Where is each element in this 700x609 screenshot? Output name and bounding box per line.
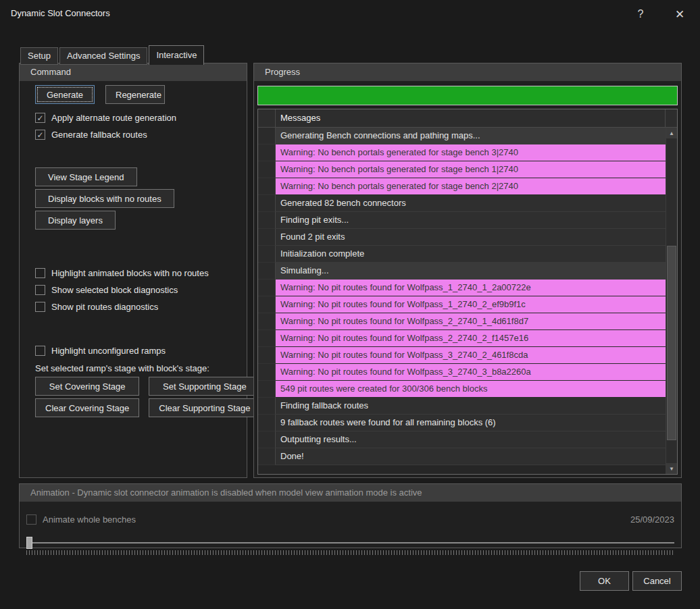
row-selector-cell bbox=[258, 195, 276, 212]
checkbox-highlight-unconfigured-ramps[interactable]: Highlight unconfigured ramps bbox=[35, 342, 247, 359]
tab-interactive[interactable]: Interactive bbox=[149, 45, 204, 65]
row-selector-cell bbox=[258, 330, 276, 347]
checkbox-box[interactable]: ✓ bbox=[35, 113, 45, 123]
row-selector-cell bbox=[258, 229, 276, 246]
dialog-footer: OK Cancel bbox=[580, 571, 682, 591]
message-text: Found 2 pit exits bbox=[276, 229, 666, 246]
animation-slider[interactable] bbox=[26, 537, 674, 549]
check-icon: ✓ bbox=[36, 131, 43, 139]
row-selector-cell bbox=[258, 263, 276, 280]
message-text: Done! bbox=[276, 448, 666, 465]
message-row[interactable]: 9 fallback routes were found for all rem… bbox=[258, 415, 666, 431]
ok-button[interactable]: OK bbox=[580, 571, 629, 591]
set-covering-stage-button[interactable]: Set Covering Stage bbox=[35, 377, 139, 396]
row-selector-cell bbox=[258, 178, 276, 195]
command-panel-header: Command bbox=[20, 63, 247, 81]
check-icon: ✓ bbox=[36, 114, 43, 122]
slider-handle[interactable] bbox=[26, 537, 32, 549]
checkbox-box[interactable] bbox=[26, 514, 36, 525]
checkbox-apply-alternate-route-generation[interactable]: ✓ Apply alternate route generation bbox=[35, 109, 247, 126]
window-title: Dynamic Slot Connectors bbox=[11, 8, 110, 18]
animation-options-row: Animate whole benches 25/09/2023 bbox=[26, 511, 674, 528]
checkbox-animate-whole-benches[interactable]: Animate whole benches bbox=[26, 511, 136, 528]
message-row[interactable]: Generated 82 bench connectors bbox=[258, 195, 666, 212]
display-blocks-no-routes-button[interactable]: Display blocks with no routes bbox=[35, 189, 174, 208]
row-selector-cell bbox=[258, 381, 276, 398]
route-options-group: ✓ Apply alternate route generation ✓ Gen… bbox=[35, 109, 247, 143]
checkbox-box[interactable] bbox=[35, 346, 45, 356]
checkbox-box[interactable] bbox=[35, 302, 45, 312]
message-row[interactable]: Done! bbox=[258, 448, 666, 465]
message-row[interactable]: Warning: No pit routes found for Wolfpas… bbox=[258, 347, 666, 364]
checkbox-box[interactable] bbox=[35, 268, 45, 278]
row-selector-cell bbox=[258, 415, 276, 431]
clear-covering-stage-button[interactable]: Clear Covering Stage bbox=[35, 398, 139, 417]
progress-panel-header: Progress bbox=[254, 63, 681, 81]
message-row[interactable]: Warning: No pit routes found for Wolfpas… bbox=[258, 330, 666, 347]
row-selector-cell bbox=[258, 431, 276, 448]
messages-list: Generating Bench connections and pathing… bbox=[258, 128, 666, 465]
display-layers-button[interactable]: Display layers bbox=[35, 211, 116, 230]
message-row[interactable]: Warning: No pit routes found for Wolfpas… bbox=[258, 280, 666, 296]
message-row[interactable]: Found 2 pit exits bbox=[258, 229, 666, 246]
message-row[interactable]: Outputting results... bbox=[258, 431, 666, 448]
set-supporting-stage-button[interactable]: Set Supporting Stage bbox=[149, 377, 260, 396]
message-row[interactable]: Generating Bench connections and pathing… bbox=[258, 128, 666, 144]
checkbox-show-selected-block-diagnostics[interactable]: Show selected block diagnostics bbox=[35, 282, 247, 298]
message-text: Warning: No pit routes found for Wolfpas… bbox=[276, 364, 666, 381]
checkbox-label: Show pit routes diagnostics bbox=[51, 302, 158, 312]
tab-advanced-settings[interactable]: Advanced Settings bbox=[59, 47, 147, 65]
generate-button[interactable]: Generate bbox=[35, 85, 95, 104]
title-bar: Dynamic Slot Connectors ? ✕ bbox=[0, 0, 700, 27]
progress-panel: Progress Messages Generating Bench conne… bbox=[253, 63, 682, 478]
regenerate-button[interactable]: Regenerate bbox=[105, 85, 165, 104]
message-row[interactable]: Warning: No pit routes found for Wolfpas… bbox=[258, 296, 666, 313]
row-selector-cell bbox=[258, 246, 276, 263]
row-selector-cell bbox=[258, 280, 276, 296]
help-icon[interactable]: ? bbox=[632, 6, 649, 22]
message-row[interactable]: Warning: No bench portals generated for … bbox=[258, 161, 666, 178]
message-row[interactable]: 549 pit routes were created for 300/306 … bbox=[258, 381, 666, 398]
row-selector-cell bbox=[258, 212, 276, 229]
scroll-down-icon[interactable]: ▼ bbox=[666, 463, 677, 474]
scrollbar-track[interactable] bbox=[666, 138, 677, 463]
message-text: Warning: No pit routes found for Wolfpas… bbox=[276, 347, 666, 364]
generate-button-row: Generate Regenerate bbox=[35, 85, 247, 104]
dynamic-slot-connectors-dialog: Dynamic Slot Connectors ? ✕ Setup Advanc… bbox=[0, 0, 700, 609]
message-row[interactable]: Warning: No bench portals generated for … bbox=[258, 178, 666, 195]
message-row[interactable]: Warning: No pit routes found for Wolfpas… bbox=[258, 364, 666, 381]
scrollbar-thumb[interactable] bbox=[667, 246, 676, 441]
message-row[interactable]: Warning: No bench portals generated for … bbox=[258, 144, 666, 161]
checkbox-highlight-animated-blocks[interactable]: Highlight animated blocks with no routes bbox=[35, 265, 247, 282]
scroll-up-icon[interactable]: ▲ bbox=[666, 128, 677, 138]
row-selector-cell bbox=[258, 364, 276, 381]
row-selector-cell bbox=[258, 398, 276, 415]
messages-scrollbar[interactable]: ▲ ▼ bbox=[666, 128, 677, 474]
slider-tick-marks bbox=[26, 550, 674, 555]
checkbox-label: Highlight unconfigured ramps bbox=[51, 346, 166, 356]
message-row[interactable]: Warning: No pit routes found for Wolfpas… bbox=[258, 313, 666, 330]
checkbox-label: Show selected block diagnostics bbox=[51, 285, 178, 295]
message-row[interactable]: Simulating... bbox=[258, 263, 666, 280]
row-selector-cell bbox=[258, 313, 276, 330]
message-text: Warning: No pit routes found for Wolfpas… bbox=[276, 313, 666, 330]
command-content: Generate Regenerate ✓ Apply alternate ro… bbox=[20, 81, 247, 417]
message-text: 549 pit routes were created for 300/306 … bbox=[276, 381, 666, 398]
message-row[interactable]: Initialization complete bbox=[258, 246, 666, 263]
tab-setup[interactable]: Setup bbox=[20, 47, 58, 65]
row-selector-cell bbox=[258, 296, 276, 313]
close-icon[interactable]: ✕ bbox=[672, 6, 688, 22]
slider-track[interactable] bbox=[28, 542, 674, 544]
message-row[interactable]: Finding pit exits... bbox=[258, 212, 666, 229]
message-text: Warning: No bench portals generated for … bbox=[276, 144, 666, 161]
clear-supporting-stage-button[interactable]: Clear Supporting Stage bbox=[149, 398, 260, 417]
message-text: Initialization complete bbox=[276, 246, 666, 263]
message-row[interactable]: Finding fallback routes bbox=[258, 398, 666, 415]
view-stage-legend-button[interactable]: View Stage Legend bbox=[35, 167, 137, 186]
cancel-button[interactable]: Cancel bbox=[632, 571, 682, 591]
message-text: Finding pit exits... bbox=[276, 212, 666, 229]
checkbox-show-pit-routes-diagnostics[interactable]: Show pit routes diagnostics bbox=[35, 298, 247, 315]
checkbox-generate-fallback-routes[interactable]: ✓ Generate fallback routes bbox=[35, 126, 247, 143]
checkbox-box[interactable] bbox=[35, 285, 45, 295]
checkbox-box[interactable]: ✓ bbox=[35, 130, 45, 140]
